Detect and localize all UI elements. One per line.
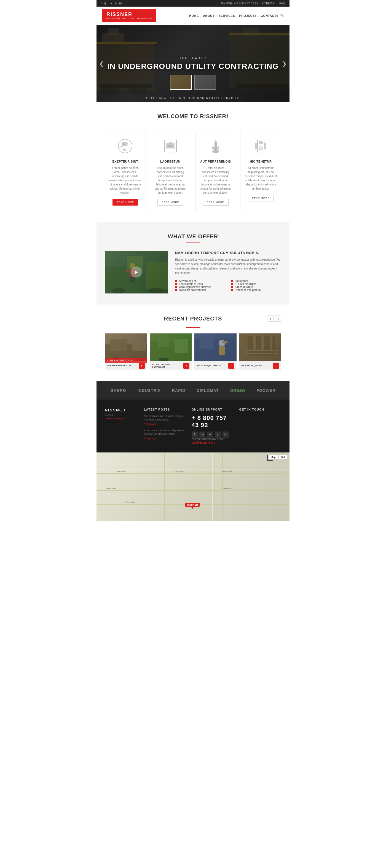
feature-icon-4 [250,136,272,156]
project-arrow-btn-2[interactable]: › [183,363,189,369]
bullet-l1 [175,280,177,282]
partner-diplomat[interactable]: DIPLOMAT [197,388,219,393]
svg-rect-57 [253,335,256,351]
hero-section: THE LEADER IN UNDERGROUND UTILITY CONTRA… [96,25,290,102]
footer-social-fb[interactable]: f [191,432,198,438]
map-label-empire3: Empire Blvd [222,470,232,472]
footer-social-rss[interactable]: ● [207,432,213,438]
partner-gabro[interactable]: GABRO [110,388,126,393]
project-image-1 [105,334,147,361]
project-image-2 [150,334,192,361]
social-google[interactable]: g+ [104,1,108,5]
footer-social-li[interactable]: in [222,432,229,438]
svg-rect-22 [214,143,217,150]
read-more-btn-3[interactable]: READ MORE [203,199,229,206]
projects-next-arrow[interactable]: ) [275,315,281,321]
partner-green[interactable]: green [230,388,245,393]
footer-social-pin[interactable]: p [215,432,221,438]
feature-card-3: AUT PERFERENDIS Dolor sit amet, consecte… [195,131,236,211]
footer-email[interactable]: mail@demolink.org [191,441,234,444]
hero-thumb-2[interactable] [194,75,216,90]
footer-latest-posts: LATEST POSTS Eas et accusamus et iustom … [144,408,186,444]
footer-privacy-link[interactable]: PRIVACY POLICY [105,417,139,420]
faq-link[interactable]: FAQ [279,2,285,5]
bullet-l4 [175,289,177,291]
feature-title-1: EXEPTEUR SINT [109,160,142,163]
project-image-4 [239,334,281,361]
footer-post-2: At accusamus et iustom odignisimos ducim… [144,429,186,440]
hero-thumb-1[interactable] [170,75,192,90]
projects-grid: LOREM IPSUM DOLOR LOREM IPSUM DOLOR › EX… [105,334,281,370]
hero-thumbnails [170,75,216,90]
nav-home[interactable]: HOME [189,14,199,18]
partner-foower[interactable]: FOOWER [257,388,275,393]
svg-point-34 [149,288,163,293]
partner-rapid[interactable]: RAPID [172,388,185,393]
svg-rect-25 [259,141,263,144]
svg-rect-48 [175,339,188,353]
offer-list-item-r1: Laoreetum [231,279,281,282]
map-label-linden1: Linden Blvd [106,488,116,489]
read-more-btn-4[interactable]: READ MORE [248,195,274,202]
projects-prev-arrow[interactable]: ( [268,315,274,321]
play-button[interactable]: ▶ [131,267,142,278]
social-linkedin[interactable]: in [119,1,122,5]
welcome-section: WELCOME TO RISSNER! EXEPTEUR SINT Lorem … [96,102,290,222]
map-label-empire2: Empire Blvd [174,470,184,472]
feature-card-4: HIC TENETUR Sit amet, consectetur adipis… [240,131,281,211]
map-view-map[interactable]: Map [268,455,278,460]
svg-rect-20 [169,142,172,144]
hero-arrow-right[interactable]: ❯ [282,60,287,67]
project-card-3: IN CULPA QUI OFFICIA › [195,334,237,370]
main-navigation: RISSNER UNDERGROUND UTILITY CONTRACTOR H… [96,7,290,25]
feature-icon-2 [159,136,181,156]
map-road-v1 [164,453,165,521]
partner-industrix[interactable]: INDUSTRIX [138,388,161,393]
social-rss[interactable]: ● [110,1,112,5]
svg-rect-42 [110,339,127,351]
project-footer-2: EXCEPTURI SINT OCCAECATI › [150,361,192,370]
sitemap-link[interactable]: SITEMAP [261,2,275,5]
map-label-linden2: Linden Blvd [222,488,232,489]
site-logo[interactable]: RISSNER UNDERGROUND UTILITY CONTRACTOR [102,9,156,22]
feature-title-4: HIC TENETUR [244,160,277,163]
map-controls: Map Sat [268,455,287,460]
nav-about[interactable]: ABOUT [203,14,214,18]
nav-contacts[interactable]: CONTACTS [261,14,278,18]
nav-projects[interactable]: PROJECTS [239,14,257,18]
project-arrow-btn-1[interactable]: › [139,363,145,369]
read-more-btn-1[interactable]: READ MORE [113,199,139,206]
project-arrow-btn-3[interactable]: › [228,363,234,369]
svg-rect-28 [255,143,258,149]
svg-rect-32 [146,262,168,289]
social-links[interactable]: f g+ ● p in [101,1,123,5]
footer-support-title: ONLINE SUPPORT [191,408,234,411]
svg-rect-47 [158,336,169,347]
map-section[interactable]: Empire Blvd Empire Blvd Empire Blvd Lind… [96,453,290,521]
footer-post-1-date: 5 Days ago, [144,423,186,426]
project-arrow-btn-4[interactable]: › [273,363,279,369]
footer-brand: RISSNER © 2014 | PRIVACY POLICY [105,408,139,444]
search-icon[interactable]: 🔍 [280,14,284,18]
phone-text: PHONE: + 8 800 757 43 92 [221,2,258,5]
bullet-r1 [231,280,233,282]
map-label-church: Church Ave [125,501,136,503]
map-road-v2 [222,453,223,521]
read-more-btn-2[interactable]: READ MORE [157,199,183,206]
map-view-sat[interactable]: Sat [278,455,287,460]
social-pinterest[interactable]: p [115,1,117,5]
hero-arrow-left[interactable]: ❮ [99,60,104,67]
nav-services[interactable]: SERVICES [219,14,235,18]
bullet-r2 [231,283,233,285]
offer-description: Rissner is a full service versatile unde… [175,258,281,275]
offer-video[interactable]: ▶ [105,251,168,293]
map-road-1 [96,473,290,474]
social-facebook[interactable]: f [101,1,101,5]
top-bar-right: PHONE: + 8 800 757 43 92 SITEMAP | FAQ [221,2,285,5]
svg-rect-19 [168,145,173,147]
hero-title: IN UNDERGROUND UTILITY CONTRACTING [107,62,278,71]
bullet-r3 [231,286,233,288]
map-background: Empire Blvd Empire Blvd Empire Blvd Lind… [96,453,290,521]
footer-social-gp[interactable]: g+ [199,432,205,438]
project-label-1: LOREM IPSUM DOLOR [105,358,147,363]
